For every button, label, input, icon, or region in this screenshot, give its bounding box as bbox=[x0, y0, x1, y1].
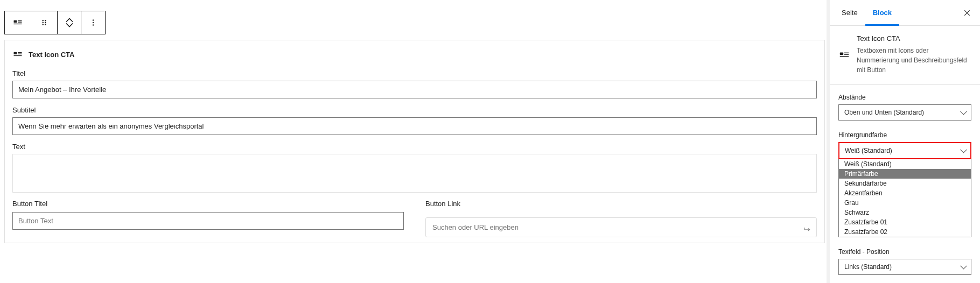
block-card: Text Icon CTA Titel Subtitel Text Button… bbox=[4, 40, 825, 243]
subtitel-input[interactable] bbox=[12, 117, 817, 135]
block-description: Textboxen mit Icons oder Nummerierung un… bbox=[857, 46, 971, 75]
titel-input[interactable] bbox=[12, 81, 817, 98]
hintergrund-label: Hintergrundfarbe bbox=[838, 131, 971, 139]
submit-link-icon[interactable] bbox=[803, 223, 813, 232]
hintergrund-dropdown: Weiß (Standard)PrimärfarbeSekundärfarbeA… bbox=[838, 159, 971, 237]
svg-point-10 bbox=[93, 19, 94, 20]
settings-sidebar: Seite Block Text Icon CTA Textboxen mit … bbox=[829, 0, 980, 283]
svg-rect-0 bbox=[14, 20, 17, 23]
svg-point-7 bbox=[45, 22, 46, 23]
tab-page[interactable]: Seite bbox=[834, 0, 865, 26]
close-icon bbox=[963, 9, 971, 17]
svg-point-4 bbox=[42, 20, 43, 21]
text-icon-cta-icon bbox=[12, 49, 23, 60]
block-type-button[interactable] bbox=[5, 11, 31, 34]
block-toolbar bbox=[4, 11, 106, 34]
button-titel-label: Button Titel bbox=[12, 200, 404, 208]
block-card-header: Text Icon CTA bbox=[5, 40, 824, 67]
hintergrund-option[interactable]: Weiß (Standard) bbox=[839, 159, 971, 169]
text-input[interactable] bbox=[12, 154, 817, 193]
button-link-input[interactable] bbox=[425, 217, 817, 237]
sidebar-tabs: Seite Block bbox=[830, 0, 980, 26]
chevron-up-icon bbox=[66, 18, 73, 23]
button-link-label: Button Link bbox=[425, 200, 817, 208]
svg-point-8 bbox=[42, 24, 43, 25]
hintergrund-option[interactable]: Akzentfarben bbox=[839, 188, 971, 198]
editor-canvas: Text Icon CTA Titel Subtitel Text Button… bbox=[0, 0, 829, 283]
more-options-button[interactable] bbox=[81, 11, 105, 34]
button-titel-input[interactable] bbox=[12, 212, 404, 230]
drag-handle[interactable] bbox=[31, 11, 58, 34]
block-summary: Text Icon CTA Textboxen mit Icons oder N… bbox=[830, 26, 980, 85]
hintergrund-option[interactable]: Grau bbox=[839, 198, 971, 208]
abstaende-label: Abstände bbox=[838, 94, 971, 101]
hintergrund-option[interactable]: Sekundärfarbe bbox=[839, 179, 971, 188]
more-vertical-icon bbox=[88, 18, 98, 27]
textfeld-label: Textfeld - Position bbox=[838, 248, 971, 256]
close-sidebar-button[interactable] bbox=[958, 4, 976, 22]
textfeld-select[interactable]: Links (Standard) bbox=[838, 259, 971, 275]
svg-point-6 bbox=[42, 22, 43, 23]
subtitel-label: Subtitel bbox=[12, 106, 817, 114]
hintergrund-option[interactable]: Zusatzfarbe 02 bbox=[839, 227, 971, 237]
svg-point-9 bbox=[45, 24, 46, 25]
svg-rect-19 bbox=[840, 52, 843, 55]
drag-handle-icon bbox=[39, 18, 49, 27]
svg-point-11 bbox=[93, 22, 94, 23]
scrollbar[interactable] bbox=[827, 0, 830, 283]
block-name: Text Icon CTA bbox=[857, 34, 971, 43]
hintergrund-option[interactable]: Schwarz bbox=[839, 208, 971, 217]
hintergrund-select[interactable]: Weiß (Standard) bbox=[838, 142, 971, 159]
text-icon-cta-icon bbox=[838, 34, 850, 75]
hintergrund-option[interactable]: Primärfarbe bbox=[839, 169, 971, 179]
tab-block[interactable]: Block bbox=[865, 0, 899, 26]
abstaende-select[interactable]: Oben und Unten (Standard) bbox=[838, 104, 971, 121]
block-title: Text Icon CTA bbox=[29, 51, 74, 59]
svg-point-5 bbox=[45, 20, 46, 21]
text-icon-cta-icon bbox=[12, 17, 23, 28]
titel-label: Titel bbox=[12, 69, 817, 77]
chevron-down-icon bbox=[66, 23, 73, 27]
hintergrund-option[interactable]: Zusatzfarbe 01 bbox=[839, 217, 971, 227]
svg-rect-13 bbox=[14, 52, 17, 54]
move-up-down[interactable] bbox=[58, 11, 81, 34]
svg-point-12 bbox=[93, 24, 94, 25]
text-label: Text bbox=[12, 143, 817, 151]
